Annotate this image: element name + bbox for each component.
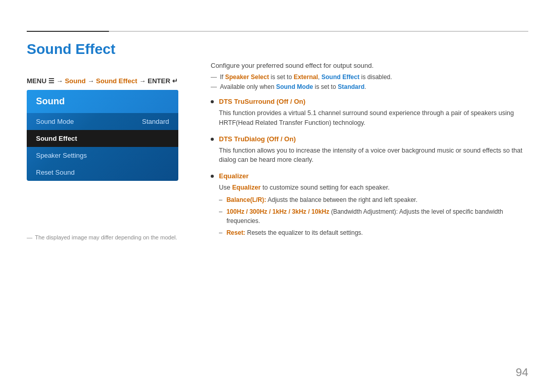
sound-mode-highlight: Sound Mode xyxy=(276,83,313,90)
intro-text: Configure your preferred sound effect fo… xyxy=(211,62,528,69)
menu-sound-effect: Sound Effect xyxy=(96,77,137,85)
bullet-icon xyxy=(211,138,214,141)
sound-effect-label: Sound Effect xyxy=(36,135,77,142)
sound-panel-item-reset-sound[interactable]: Reset Sound xyxy=(27,164,178,181)
menu-path: MENU ☰ → Sound → Sound Effect → ENTER ↵ xyxy=(27,77,178,85)
section-dts-trudialog-title: DTS TruDialog (Off / On) xyxy=(211,135,528,143)
dts-trusurround-body: This function provides a virtual 5.1 cha… xyxy=(219,108,528,128)
section-dts-trudialog: DTS TruDialog (Off / On) This function a… xyxy=(211,135,528,165)
equalizer-frequencies: 100Hz / 300Hz / 1kHz / 3kHz / 10kHz (Ban… xyxy=(219,207,528,226)
equalizer-body: Use Equalizer to customize sound setting… xyxy=(219,183,528,237)
standard-highlight: Standard xyxy=(338,83,364,90)
section-equalizer: Equalizer Use Equalizer to customize sou… xyxy=(211,172,528,237)
external-highlight: External xyxy=(293,73,318,81)
menu-sound: Sound xyxy=(65,77,85,85)
sound-panel-item-sound-mode[interactable]: Sound Mode Standard xyxy=(27,113,178,130)
dts-trudialog-body: This function allows you to increase the… xyxy=(219,146,528,165)
equalizer-reset: Reset: Resets the equalizer to its defau… xyxy=(219,228,528,237)
sound-panel-item-speaker-settings[interactable]: Speaker Settings xyxy=(27,147,178,164)
menu-arrow: → xyxy=(87,77,96,85)
sound-panel-item-sound-effect[interactable]: Sound Effect xyxy=(27,130,178,147)
sound-effect-highlight: Sound Effect xyxy=(321,73,359,81)
bullet-icon xyxy=(211,100,214,103)
speaker-settings-label: Speaker Settings xyxy=(36,152,87,159)
note-sound-mode: Available only when Sound Mode is set to… xyxy=(211,83,528,90)
bullet-icon xyxy=(211,175,214,178)
equalizer-highlight: Equalizer xyxy=(232,184,261,191)
menu-label: MENU xyxy=(27,77,46,85)
equalizer-balance: Balance(L/R): Adjusts the balance betwee… xyxy=(219,195,528,204)
top-border xyxy=(27,31,528,32)
reset-sound-label: Reset Sound xyxy=(36,169,75,176)
sound-mode-label: Sound Mode xyxy=(36,118,74,125)
dts-trudialog-heading: DTS TruDialog (Off / On) xyxy=(219,135,296,143)
section-equalizer-title: Equalizer xyxy=(211,172,528,180)
speaker-select-highlight: Speaker Select xyxy=(225,73,269,81)
footnote: The displayed image may differ depending… xyxy=(27,234,177,240)
sound-panel-header: Sound xyxy=(27,90,178,113)
page-number: 94 xyxy=(516,366,528,379)
page-title: Sound Effect xyxy=(27,41,116,58)
menu-icon: ☰ → xyxy=(48,77,65,85)
menu-enter: → ENTER ↵ xyxy=(139,77,178,85)
section-dts-trusurround: DTS TruSurround (Off / On) This function… xyxy=(211,98,528,128)
equalizer-heading: Equalizer xyxy=(219,172,249,180)
sound-panel: Sound Sound Mode Standard Sound Effect S… xyxy=(27,90,178,181)
dts-trusurround-heading: DTS TruSurround (Off / On) xyxy=(219,98,305,105)
sound-mode-value: Standard xyxy=(142,118,169,125)
note-speaker-select: If Speaker Select is set to External, So… xyxy=(211,73,528,81)
right-content: Configure your preferred sound effect fo… xyxy=(211,62,528,237)
section-dts-trusurround-title: DTS TruSurround (Off / On) xyxy=(211,98,528,105)
